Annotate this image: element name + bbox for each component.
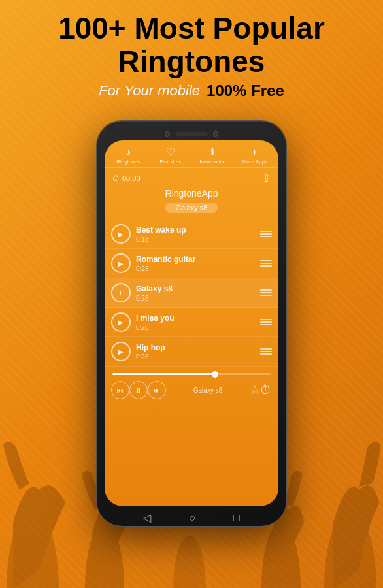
subtitle-mobile: For Your mobile bbox=[99, 82, 200, 99]
share-icon[interactable]: ⇧ bbox=[262, 172, 271, 184]
device-badge: Galaxy s8 bbox=[165, 203, 218, 213]
nav-favorites-label: Favorites bbox=[159, 159, 181, 165]
song-title-1: Best wake up bbox=[136, 225, 255, 235]
timer-icon-small: ⏱ bbox=[112, 174, 120, 182]
subtitle-line: For Your mobile 100% Free bbox=[13, 82, 370, 100]
back-nav-button[interactable]: ◁ bbox=[143, 512, 151, 524]
song-duration-4: 0:20 bbox=[136, 324, 255, 331]
time-display: ⏱ 00.00 bbox=[112, 174, 141, 182]
song-info-2: Romantic guitar 0:28 bbox=[136, 255, 255, 272]
home-nav-button[interactable]: ○ bbox=[189, 512, 195, 524]
ringtones-icon: ♪ bbox=[125, 146, 131, 158]
song-duration-2: 0:28 bbox=[136, 265, 255, 272]
phone-top-bar bbox=[105, 129, 278, 140]
svg-point-1 bbox=[324, 510, 376, 588]
svg-point-2 bbox=[85, 523, 124, 588]
svg-point-3 bbox=[261, 523, 301, 588]
nav-ringtones[interactable]: ♪ Ringtones bbox=[107, 146, 150, 165]
nav-info-label: Information bbox=[199, 159, 225, 165]
song-menu-3[interactable] bbox=[260, 289, 272, 296]
song-item-2: ▶ Romantic guitar 0:28 bbox=[105, 249, 278, 278]
progress-thumb bbox=[212, 371, 218, 378]
front-camera bbox=[165, 131, 170, 137]
pause-main-button[interactable]: ⏸ bbox=[129, 381, 148, 399]
info-icon: ℹ bbox=[210, 146, 214, 158]
recents-nav-button[interactable]: □ bbox=[233, 512, 240, 524]
fast-forward-button[interactable]: ⏭ bbox=[148, 381, 166, 399]
more-apps-icon: + bbox=[252, 146, 258, 158]
nav-ringtones-label: Ringtones bbox=[116, 159, 140, 165]
phone-mockup: ♪ Ringtones ♡ Favorites ℹ Information + … bbox=[97, 121, 286, 526]
time-value: 00.00 bbox=[122, 174, 141, 182]
header-section: 100+ Most Popular Ringtones For Your mob… bbox=[0, 0, 383, 106]
song-item-3: ⏸ Galaxy s8 0:28 bbox=[105, 278, 278, 308]
subtitle-free: 100% Free bbox=[207, 82, 284, 100]
song-title-5: Hip hop bbox=[136, 343, 255, 352]
song-item-1: ▶ Best wake up 0:18 bbox=[105, 220, 278, 249]
nav-more-apps[interactable]: + More Apps bbox=[234, 146, 276, 165]
song-info-3: Galaxy s8 0:28 bbox=[136, 284, 255, 302]
svg-point-0 bbox=[7, 510, 59, 588]
app-title-section: RingtoneApp Galaxy s8 bbox=[105, 188, 278, 217]
song-info-1: Best wake up 0:18 bbox=[136, 225, 255, 243]
nav-favorites[interactable]: ♡ Favorites bbox=[150, 146, 192, 165]
pause-button-3[interactable]: ⏸ bbox=[111, 283, 131, 302]
sensor bbox=[213, 131, 218, 137]
song-menu-5[interactable] bbox=[260, 348, 272, 355]
favorite-star-icon[interactable]: ☆ bbox=[250, 383, 260, 397]
progress-section bbox=[105, 369, 278, 378]
screen-top-controls: ⏱ 00.00 ⇧ bbox=[105, 168, 278, 188]
svg-point-4 bbox=[173, 536, 206, 588]
song-duration-5: 0:26 bbox=[136, 353, 255, 361]
song-menu-2[interactable] bbox=[260, 260, 272, 267]
song-title-4: I miss you bbox=[136, 314, 255, 323]
rewind-button[interactable]: ⏮ bbox=[111, 381, 129, 399]
song-item-4: ▶ I miss you 0:20 bbox=[105, 308, 278, 337]
song-duration-3: 0:28 bbox=[136, 295, 255, 302]
progress-fill bbox=[112, 373, 215, 375]
main-title: 100+ Most Popular Ringtones bbox=[13, 12, 370, 78]
sleep-timer-icon[interactable]: ⏱ bbox=[260, 384, 272, 397]
phone-nav-bar: ♪ Ringtones ♡ Favorites ℹ Information + … bbox=[105, 140, 278, 168]
phone-bottom-bar: ◁ ○ □ bbox=[105, 506, 278, 529]
song-duration-1: 0:18 bbox=[136, 236, 255, 243]
app-name: RingtoneApp bbox=[111, 188, 272, 199]
bottom-controls: ⏮ ⏸ ⏭ Galaxy s8 ☆ ⏱ bbox=[105, 378, 278, 402]
song-title-3: Galaxy s8 bbox=[136, 284, 255, 293]
play-button-1[interactable]: ▶ bbox=[111, 224, 131, 244]
song-title-2: Romantic guitar bbox=[136, 255, 255, 264]
favorites-icon: ♡ bbox=[166, 146, 175, 158]
nav-more-label: More Apps bbox=[242, 159, 267, 165]
phone-frame: ♪ Ringtones ♡ Favorites ℹ Information + … bbox=[97, 121, 286, 526]
play-button-2[interactable]: ▶ bbox=[111, 253, 131, 273]
play-button-4[interactable]: ▶ bbox=[111, 312, 131, 332]
phone-speaker bbox=[175, 132, 208, 136]
song-info-4: I miss you 0:20 bbox=[136, 314, 255, 331]
song-info-5: Hip hop 0:26 bbox=[136, 343, 255, 361]
phone-screen: ♪ Ringtones ♡ Favorites ℹ Information + … bbox=[105, 140, 278, 506]
song-menu-1[interactable] bbox=[260, 231, 272, 237]
play-button-5[interactable]: ▶ bbox=[111, 342, 131, 361]
nav-information[interactable]: ℹ Information bbox=[192, 146, 234, 165]
song-list: ▶ Best wake up 0:18 ▶ Romantic guitar 0:… bbox=[105, 217, 278, 369]
bottom-device-name: Galaxy s8 bbox=[166, 387, 250, 394]
progress-bar[interactable] bbox=[112, 373, 271, 375]
song-menu-4[interactable] bbox=[260, 319, 272, 325]
song-item-5: ▶ Hip hop 0:26 bbox=[105, 337, 278, 367]
